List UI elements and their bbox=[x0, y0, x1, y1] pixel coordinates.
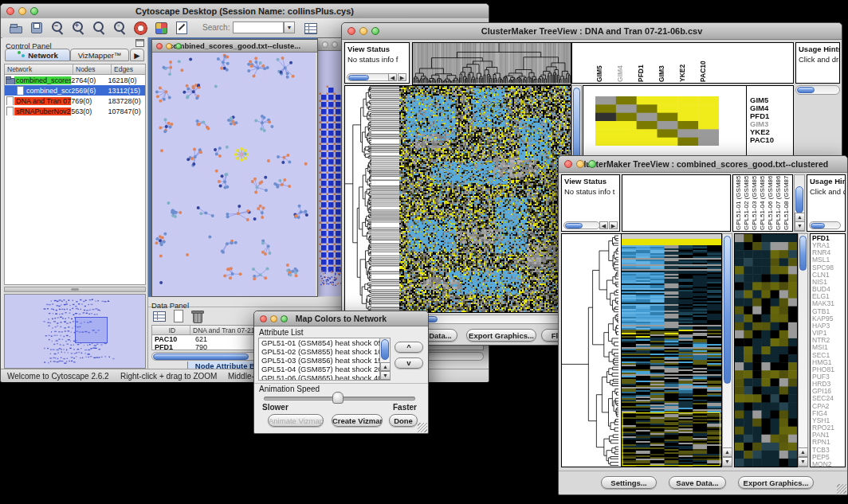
usage-hints-hscrollbar[interactable] bbox=[795, 85, 840, 95]
column-dendrogram-panel[interactable] bbox=[622, 174, 731, 232]
heatmap-global-view[interactable] bbox=[399, 85, 571, 313]
scroll-up-icon[interactable]: ▲ bbox=[798, 447, 808, 457]
row-label[interactable]: PAN1 bbox=[811, 432, 845, 439]
resize-grip[interactable] bbox=[418, 423, 427, 432]
close-icon[interactable] bbox=[156, 43, 163, 49]
plugins-icon[interactable] bbox=[153, 20, 169, 36]
scroll-thumb[interactable] bbox=[797, 87, 815, 93]
tab-network[interactable]: Network bbox=[5, 49, 70, 61]
row-label[interactable]: MSI1 bbox=[811, 344, 845, 351]
row-label[interactable]: MON2 bbox=[811, 461, 845, 467]
row-label[interactable]: HAP3 bbox=[811, 322, 845, 330]
zoom-window-icon[interactable] bbox=[30, 7, 38, 15]
scroll-thumb[interactable] bbox=[348, 75, 369, 80]
search-input[interactable] bbox=[233, 21, 284, 33]
scroll-down-icon[interactable]: ▼ bbox=[722, 457, 732, 467]
zoom-window-icon[interactable] bbox=[281, 315, 288, 322]
row-label[interactable]: YSH1 bbox=[811, 417, 845, 424]
view-status-hscrollbar[interactable] bbox=[347, 73, 393, 81]
settings-button[interactable]: Settings... bbox=[601, 476, 657, 489]
attribute-list-item[interactable]: GPL51-03 (GSM856) heat shock 15 min bbox=[259, 356, 379, 365]
row-dendrogram[interactable] bbox=[344, 85, 400, 313]
attribute-list-item[interactable]: GPL51-02 (GSM855) heat shock 10 min bbox=[259, 347, 379, 356]
zoom-window-icon[interactable] bbox=[588, 160, 596, 168]
column-label[interactable]: GPL51-08 (GSM872) bbox=[783, 174, 790, 230]
heatmap-vscrollbar[interactable]: ▲ ▼ bbox=[722, 233, 732, 467]
row-label[interactable]: VIP1 bbox=[811, 330, 845, 337]
new-page-icon[interactable] bbox=[171, 309, 186, 323]
move-down-button[interactable]: v bbox=[395, 357, 423, 369]
scroll-left-icon[interactable]: ◀ bbox=[388, 73, 397, 81]
column-label[interactable]: GPL51-06 (GSM865) bbox=[767, 174, 774, 230]
export-graphics-button[interactable]: Export Graphics... bbox=[738, 476, 814, 489]
heatmap-global-view[interactable] bbox=[622, 233, 722, 467]
scroll-up-icon[interactable]: ▲ bbox=[380, 362, 391, 371]
attribute-list-item[interactable]: GPL51-01 (GSM854) heat shock 05 min bbox=[259, 338, 379, 347]
minimize-icon[interactable] bbox=[576, 160, 584, 168]
row-label[interactable]: FIG4 bbox=[811, 410, 845, 417]
row-label[interactable]: PHO81 bbox=[811, 366, 845, 373]
zoom-window-icon[interactable] bbox=[175, 43, 182, 49]
scroll-right-icon[interactable]: ▶ bbox=[609, 221, 618, 229]
row-label[interactable]: SEC1 bbox=[811, 352, 845, 359]
scroll-down-icon[interactable]: ▼ bbox=[380, 371, 391, 380]
open-icon[interactable] bbox=[8, 20, 24, 36]
scroll-thumb[interactable] bbox=[811, 223, 825, 229]
view-status-hscrollbar[interactable] bbox=[563, 221, 600, 229]
scroll-thumb[interactable] bbox=[799, 236, 807, 271]
row-label[interactable]: SEC24 bbox=[811, 395, 845, 402]
scroll-thumb[interactable] bbox=[795, 186, 803, 213]
row-label[interactable]: HMG1 bbox=[811, 359, 845, 366]
row-label[interactable]: MAK31 bbox=[811, 300, 845, 307]
scroll-right-icon[interactable]: ▶ bbox=[398, 73, 406, 81]
treeview-dna-titlebar[interactable]: ClusterMaker TreeView : DNA and Tran 07-… bbox=[342, 23, 842, 40]
main-titlebar[interactable]: Cytoscape Desktop (Session Name: collins… bbox=[1, 4, 489, 19]
create-vizmap-button[interactable]: Create Vizmap bbox=[332, 414, 383, 427]
save-icon[interactable] bbox=[29, 20, 45, 36]
zoom-region-icon[interactable]: ▫ bbox=[112, 20, 128, 36]
import-table-icon[interactable] bbox=[303, 20, 319, 36]
column-label[interactable]: GPL51-01 (GSM854) bbox=[735, 174, 742, 230]
row-label[interactable]: CLN1 bbox=[811, 272, 845, 279]
row-label[interactable]: PFD1 bbox=[811, 235, 845, 242]
slider-thumb[interactable] bbox=[332, 392, 344, 404]
network-table-header[interactable]: Network Nodes Edges bbox=[5, 64, 145, 75]
minimize-icon[interactable] bbox=[270, 315, 277, 322]
column-label[interactable]: GPL51-02 (GSM855) bbox=[743, 174, 750, 230]
done-button[interactable]: Done bbox=[389, 414, 418, 427]
row-label[interactable]: RNR4 bbox=[811, 249, 845, 256]
row-label[interactable]: GPI16 bbox=[811, 388, 845, 395]
attribute-list-item[interactable]: GPL51-04 (GSM857) heat shock 20 min bbox=[259, 365, 379, 373]
row-label[interactable]: RPO21 bbox=[811, 424, 845, 432]
column-labels-vscrollbar[interactable]: ▲ ▼ bbox=[794, 174, 805, 232]
row-label[interactable]: PUF3 bbox=[811, 373, 845, 381]
row-label[interactable]: TCB3 bbox=[811, 447, 845, 454]
zoom-out-icon[interactable]: − bbox=[49, 20, 65, 36]
row-label[interactable]: PEP5 bbox=[811, 454, 845, 461]
column-label[interactable]: GIM3 bbox=[658, 44, 665, 82]
column-label[interactable]: GIM4 bbox=[617, 44, 624, 82]
row-label[interactable]: MSL1 bbox=[811, 256, 845, 264]
column-label[interactable]: GPL51-04 (GSM857) bbox=[759, 174, 766, 230]
row-label[interactable]: HRD3 bbox=[811, 381, 845, 388]
row-label[interactable]: GTB1 bbox=[811, 308, 845, 315]
scroll-down-icon[interactable]: ▼ bbox=[795, 221, 805, 231]
network-view-window-1[interactable]: combined_scores_good.txt--cluste... bbox=[151, 39, 318, 297]
close-icon[interactable] bbox=[6, 7, 14, 15]
search-dropdown-icon[interactable]: ▼ bbox=[284, 21, 295, 33]
close-icon[interactable] bbox=[260, 315, 267, 322]
minimize-icon[interactable] bbox=[18, 7, 26, 15]
network-row[interactable]: combined_scores2764(0)16218(0) bbox=[5, 75, 145, 85]
minimize-icon[interactable] bbox=[332, 41, 338, 48]
scroll-thumb[interactable] bbox=[153, 354, 249, 360]
minimize-icon[interactable] bbox=[166, 43, 172, 49]
scroll-left-icon[interactable]: ◀ bbox=[599, 221, 608, 229]
zoom-vscrollbar[interactable]: ▲ ▼ bbox=[798, 233, 808, 467]
help-icon[interactable] bbox=[132, 20, 148, 36]
column-dendrogram[interactable] bbox=[412, 42, 571, 85]
attribute-list-item[interactable]: GPL51-06 (GSM865) heat shock 40 min bbox=[259, 373, 379, 381]
scroll-thumb[interactable] bbox=[565, 223, 583, 229]
column-label[interactable]: GIM5 bbox=[596, 44, 603, 82]
column-label[interactable]: GPL51-03 (GSM856) bbox=[751, 174, 758, 230]
treeview-combined-titlebar[interactable]: ClusterMaker TreeView : combined_scores_… bbox=[559, 156, 847, 173]
